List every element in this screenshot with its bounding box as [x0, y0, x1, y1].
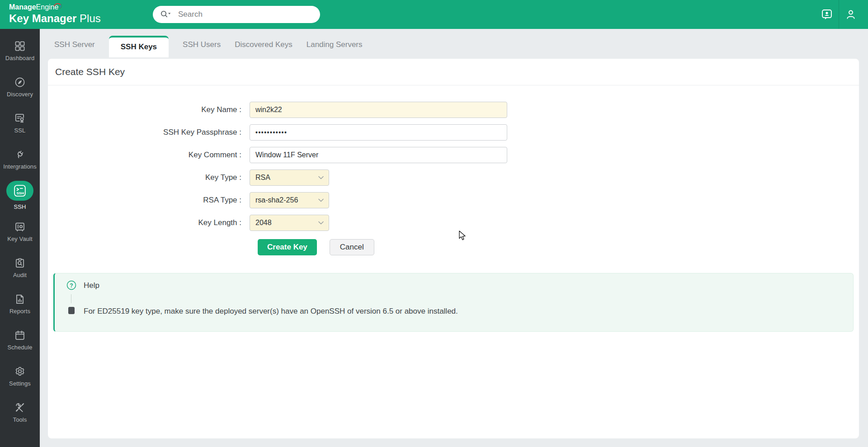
key-comment-input[interactable]: [250, 147, 507, 163]
svg-text:?: ?: [70, 282, 73, 289]
rsa-type-label: RSA Type :: [48, 196, 250, 205]
form-row-rsa-type: RSA Type : rsa-sha2-256: [48, 192, 859, 208]
reports-chart-icon: [14, 293, 26, 305]
form-buttons: Create Key Cancel: [48, 239, 859, 255]
brand-keymanager-text: Key Manager: [9, 12, 76, 24]
key-vault-safe-icon: [14, 221, 26, 233]
tab-ssh-users[interactable]: SSH Users: [183, 40, 221, 59]
key-length-label: Key Length :: [48, 218, 250, 227]
form-row-key-name: Key Name :: [48, 102, 859, 118]
schedule-calendar-icon: [14, 329, 26, 341]
sidebar-label: Intergrations: [3, 163, 37, 170]
help-connector-line: [71, 294, 71, 303]
form-row-key-comment: Key Comment :: [48, 147, 859, 163]
brand-manage-text: Manage: [9, 3, 36, 11]
key-type-value: RSA: [255, 174, 270, 182]
search-input[interactable]: [177, 9, 314, 19]
help-question-icon: ?: [66, 280, 76, 290]
key-name-label: Key Name :: [48, 105, 250, 114]
form-row-key-type: Key Type : RSA: [48, 169, 859, 186]
sidebar-item-settings[interactable]: Settings: [0, 358, 40, 394]
chevron-down-icon: [317, 197, 325, 203]
search-icon[interactable]: [160, 9, 171, 19]
form-row-passphrase: SSH Key Passphrase :: [48, 124, 859, 141]
help-text: For ED25519 key type, make sure the depl…: [84, 307, 458, 316]
sidebar-item-dashboard[interactable]: Dashboard: [0, 33, 40, 69]
discovery-icon: [14, 76, 26, 88]
brand-logo: ManageEngine Key Manager Plus: [9, 3, 101, 25]
cancel-button[interactable]: Cancel: [330, 239, 374, 255]
user-icon: [844, 8, 857, 21]
sidebar-label: Reports: [9, 308, 30, 315]
sidebar-label: SSL: [14, 127, 26, 134]
key-name-input[interactable]: [250, 102, 507, 118]
sidebar-label: Schedule: [7, 344, 32, 351]
integrations-plug-icon: [14, 149, 26, 160]
settings-gear-icon: [14, 366, 26, 377]
ssh-terminal-icon: SSH: [14, 184, 26, 197]
sidebar-item-ssl[interactable]: SSL: [0, 105, 40, 141]
feedback-button[interactable]: [815, 0, 839, 29]
sidebar-item-ssh[interactable]: SSH SSH: [0, 177, 40, 213]
sidebar-label: Audit: [13, 272, 27, 278]
create-key-button[interactable]: Create Key: [258, 239, 317, 255]
help-title: Help: [84, 281, 99, 290]
key-type-label: Key Type :: [48, 173, 250, 182]
ssh-key-passphrase-label: SSH Key Passphrase :: [48, 128, 250, 137]
sidebar-label: Key Vault: [7, 235, 33, 242]
brand-manageengine: ManageEngine: [9, 3, 101, 11]
chevron-down-icon: [317, 220, 325, 226]
key-comment-label: Key Comment :: [48, 151, 250, 160]
sidebar-label: Discovery: [7, 91, 33, 98]
rsa-type-select[interactable]: rsa-sha2-256: [250, 192, 329, 208]
rsa-type-value: rsa-sha2-256: [255, 196, 298, 204]
key-length-select[interactable]: 2048: [250, 215, 329, 231]
ssl-certificate-icon: [14, 113, 26, 124]
user-account-button[interactable]: [839, 0, 863, 29]
sidebar-label: Settings: [9, 380, 31, 387]
main-sidebar: Dashboard Discovery SSL Intergrations: [0, 29, 40, 447]
sidebar-label: Dashboard: [5, 55, 35, 61]
key-length-value: 2048: [255, 219, 272, 227]
manageengine-swoosh-icon: [53, 2, 63, 10]
sidebar-item-discovery[interactable]: Discovery: [0, 69, 40, 105]
tab-landing-servers[interactable]: Landing Servers: [307, 40, 363, 59]
help-bullet: [68, 307, 75, 314]
form-row-key-length: Key Length : 2048: [48, 215, 859, 231]
tab-ssh-server[interactable]: SSH Server: [54, 40, 95, 59]
help-panel: ? Help For ED25519 key type, make sure t…: [53, 273, 854, 332]
sidebar-item-key-vault[interactable]: Key Vault: [0, 213, 40, 249]
sidebar-item-reports[interactable]: Reports: [0, 286, 40, 322]
sidebar-item-audit[interactable]: Audit: [0, 249, 40, 286]
sidebar-item-integrations[interactable]: Intergrations: [0, 141, 40, 177]
create-ssh-key-card: Create SSH Key Key Name : SSH Key Passph…: [48, 59, 859, 438]
brand-product-name: Key Manager Plus: [9, 12, 101, 25]
sidebar-label: Tools: [13, 416, 27, 423]
ssh-tabbar: SSH Server SSH Keys SSH Users Discovered…: [40, 29, 868, 59]
page-title: Create SSH Key: [48, 59, 859, 85]
feedback-bubble-icon: [821, 8, 833, 21]
chevron-down-icon: [317, 174, 325, 181]
audit-clipboard-icon: [14, 257, 26, 269]
sidebar-label: SSH: [14, 203, 26, 210]
key-type-select[interactable]: RSA: [250, 169, 329, 186]
main-content: SSH Server SSH Keys SSH Users Discovered…: [40, 29, 868, 447]
tools-icon: [14, 402, 26, 414]
global-search[interactable]: [153, 6, 320, 23]
ssh-key-passphrase-input[interactable]: [250, 124, 507, 141]
tab-ssh-keys[interactable]: SSH Keys: [109, 36, 169, 57]
sidebar-item-schedule[interactable]: Schedule: [0, 322, 40, 358]
tab-discovered-keys[interactable]: Discovered Keys: [235, 40, 292, 59]
create-ssh-key-form: Key Name : SSH Key Passphrase : Key Comm…: [48, 85, 859, 255]
dashboard-icon: [14, 40, 26, 52]
ssh-icon-text: SSH: [16, 191, 24, 195]
app-header: ManageEngine Key Manager Plus: [0, 0, 868, 29]
sidebar-item-tools[interactable]: Tools: [0, 394, 40, 430]
ssh-active-pill: SSH: [6, 181, 33, 201]
brand-plus-text: Plus: [76, 12, 100, 24]
